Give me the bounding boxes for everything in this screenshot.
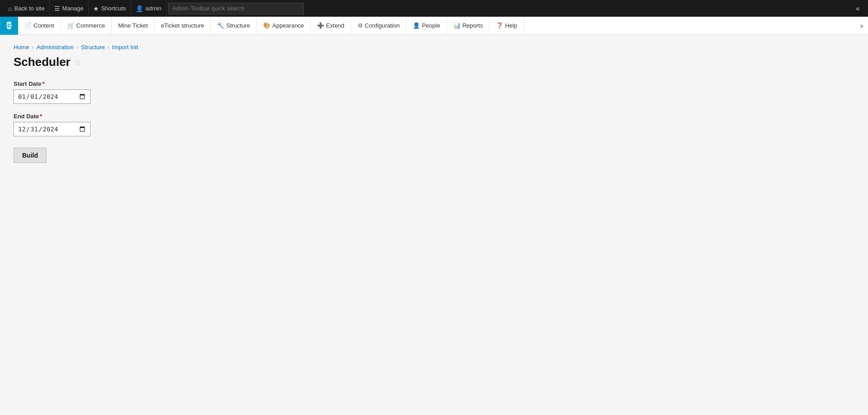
breadcrumb-sep-1: ›: [32, 44, 34, 51]
page-title: Scheduler: [14, 55, 71, 69]
star-icon: ★: [93, 5, 99, 12]
nav-content[interactable]: 📄 Content: [18, 17, 61, 35]
breadcrumb-sep-3: ›: [108, 44, 109, 51]
nav-mine-ticket[interactable]: Mine Ticket: [112, 17, 155, 35]
nav-people[interactable]: 👤 People: [406, 17, 447, 35]
drupal-logo[interactable]: [0, 17, 18, 35]
admin-toolbar: ⌂ Back to site ☰ Manage ★ Shortcuts 👤 ad…: [0, 0, 868, 17]
manage-button[interactable]: ☰ Manage: [50, 0, 89, 17]
content-icon: 📄: [24, 22, 32, 29]
main-content: Home › Administration › Structure › Impo…: [0, 35, 868, 415]
scheduler-form: Start Date* End Date* Build: [14, 80, 854, 163]
appearance-icon: 🎨: [263, 22, 270, 29]
end-date-input[interactable]: [14, 122, 90, 136]
start-date-required: *: [42, 80, 44, 87]
nav-commerce[interactable]: 🛒 Commerce: [61, 17, 112, 35]
nav-expand-button[interactable]: »: [855, 22, 868, 29]
end-date-group: End Date*: [14, 113, 854, 136]
start-date-group: Start Date*: [14, 80, 854, 104]
nav-appearance[interactable]: 🎨 Appearance: [257, 17, 311, 35]
breadcrumb-sep-2: ›: [76, 44, 78, 51]
nav-reports[interactable]: 📊 Reports: [447, 17, 490, 35]
breadcrumb-administration[interactable]: Administration: [37, 44, 74, 51]
breadcrumb-structure[interactable]: Structure: [81, 44, 105, 51]
nav-structure[interactable]: 🔧 Structure: [211, 17, 257, 35]
nav-configuration[interactable]: ⚙ Configuration: [351, 17, 406, 35]
people-icon: 👤: [413, 22, 420, 29]
toolbar-search-container: [168, 3, 304, 14]
configuration-icon: ⚙: [358, 22, 363, 29]
page-title-container: Scheduler ☆: [14, 55, 854, 69]
toolbar-collapse-button[interactable]: «: [851, 0, 864, 17]
nav-eticket-structure[interactable]: eTicket structure: [155, 17, 211, 35]
end-date-required: *: [40, 113, 42, 120]
help-icon: ❓: [496, 22, 503, 29]
shortcuts-button[interactable]: ★ Shortcuts: [89, 0, 131, 17]
toolbar-right: «: [851, 0, 864, 17]
favorite-star-icon[interactable]: ☆: [74, 57, 81, 67]
back-to-site-button[interactable]: ⌂ Back to site: [4, 0, 50, 17]
reports-icon: 📊: [453, 22, 461, 29]
start-date-label: Start Date*: [14, 80, 854, 87]
start-date-input[interactable]: [14, 89, 90, 104]
structure-icon: 🔧: [217, 22, 224, 29]
end-date-label: End Date*: [14, 113, 854, 120]
home-icon: ⌂: [8, 5, 12, 12]
user-icon: 👤: [136, 5, 143, 12]
extend-icon: ➕: [317, 22, 324, 29]
drupal-logo-icon: [4, 21, 14, 31]
admin-user-button[interactable]: 👤 admin: [131, 0, 166, 17]
hamburger-icon: ☰: [54, 5, 60, 12]
breadcrumb-import-init[interactable]: Import Init: [112, 44, 138, 51]
build-button[interactable]: Build: [14, 148, 47, 163]
breadcrumb-home[interactable]: Home: [14, 44, 29, 51]
toolbar-search-input[interactable]: [168, 3, 304, 14]
commerce-icon: 🛒: [67, 22, 75, 29]
breadcrumb: Home › Administration › Structure › Impo…: [14, 44, 854, 51]
nav-help[interactable]: ❓ Help: [490, 17, 524, 35]
nav-extend[interactable]: ➕ Extend: [311, 17, 351, 35]
secondary-nav: 📄 Content 🛒 Commerce Mine Ticket eTicket…: [0, 17, 868, 35]
